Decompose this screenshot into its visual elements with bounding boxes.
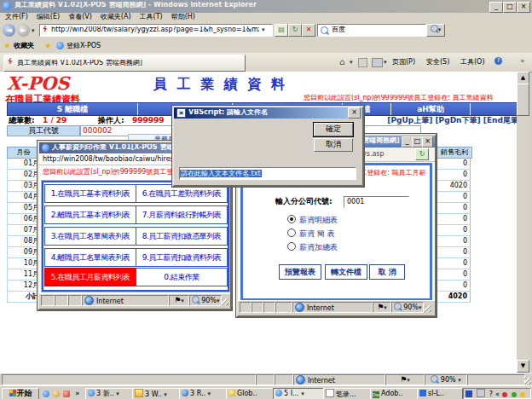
taskbar-task-6[interactable]: 笔录... [323,388,371,399]
radio-simple[interactable]: 薪資 簡 表 [287,228,335,239]
tab-favicon: ϟ [7,58,12,66]
add-favorite-icon[interactable]: ★ [44,41,52,50]
start-button[interactable]: 开始 [2,388,39,399]
ime-indicator-icon[interactable] [466,390,472,397]
vbscript-title-bar[interactable]: ▣ VBScript: 請輸入文件名 × [174,107,362,119]
page-button[interactable]: ▤ [275,24,288,37]
back-button[interactable]: ◄ [3,24,15,37]
nav-dropdown-icon[interactable]: ▾ [32,28,35,35]
address-dropdown-icon[interactable]: ▾ [262,27,265,34]
radio-detail-icon[interactable] [287,215,296,223]
taskbar: 开始 » 3 新.. ▾ 3 W.. ▾ 3 R.. ▾ Glob.. 5 I.… [0,385,532,399]
quicklaunch-foxmail-icon[interactable] [63,390,70,397]
print-icon[interactable] [372,58,383,67]
menu-item-6[interactable]: 6.在職員工差勤資料列表 [136,184,228,203]
quicklaunch-ie-icon[interactable] [43,390,49,397]
menu-tools[interactable]: 工具(T) [140,14,163,21]
taskbar-task-8[interactable]: sl-L.. [417,388,463,399]
home-dropdown-icon[interactable]: ▾ [350,60,353,66]
menu-item-7[interactable]: 7.月薪資料銀行對帳列表 [136,205,228,224]
quicklaunch-qq-icon[interactable] [53,390,60,397]
restore-button[interactable]: □ [503,2,517,13]
taskbar-task-group-1[interactable]: 3 新.. ▾ [85,388,133,399]
menu-edit[interactable]: 编辑(E) [37,14,60,21]
taskbar-task-7[interactable]: DwAdob.. [370,388,418,399]
cancel-report-button[interactable]: 取 消 [369,264,405,280]
resize-grip[interactable] [222,298,228,305]
branch-close-button[interactable]: × [422,136,433,147]
search-input[interactable]: 百度 [317,24,426,37]
print-dropdown-icon[interactable]: ▾ [384,60,387,66]
preview-report-button[interactable]: 預覽報表 [279,264,321,280]
menu-favorites[interactable]: 收藏夹(A) [101,14,131,21]
protected-mode-icon[interactable]: ⚑▾ [385,374,425,385]
zoom-control[interactable]: 90% ▾ [425,374,467,385]
quicklaunch-more-icon[interactable]: » [75,390,80,398]
favorites-button[interactable]: 收藏夹 [14,43,34,50]
ie-task-icon [88,390,95,396]
filename-input[interactable]: 請在此輸入文本文件名.txt [179,167,356,180]
taskbar-task-group-5-active[interactable]: 5 I... ▾ [273,388,324,399]
command-page-button[interactable]: 页面(P) [392,59,415,66]
stop-button[interactable]: ✕ [302,24,315,37]
menu-item-3[interactable]: 3.在職員工名單簡表列表 [44,227,136,246]
menu-view[interactable]: 查看(V) [68,14,92,21]
feeds-icon[interactable] [358,58,367,67]
toolbar-help-button[interactable]: aH幫助 [391,103,471,115]
menu-item-2[interactable]: 2.離職員工基本資料列表 [44,205,136,224]
search-go-button[interactable]: ▾ [426,24,445,37]
radio-total-icon[interactable] [287,242,296,251]
help-tray-icon[interactable]: ? [489,390,493,398]
close-button[interactable]: × [517,2,530,13]
command-tools-button[interactable]: 工具(O) [460,59,485,66]
cancel-button[interactable]: 取消 [314,138,353,152]
ok-button[interactable]: 確定 [314,123,353,136]
vbscript-close-button[interactable]: × [348,107,361,119]
collapse-tray-icon[interactable]: « [495,390,500,398]
menu-item-5-active[interactable]: 5.在職員工月薪資料列表 [44,268,136,286]
branch-refresh-icon[interactable]: ↻ [415,148,429,160]
address-input[interactable]: ϟ http://win2008/tw/salary/ygyzzl.asp?pa… [39,24,273,37]
protected-mode-icon[interactable]: ⚑▾ [169,295,189,306]
active-tab[interactable]: ϟ 員工業績資料 V1.02[X-POS 雲端商務網] [3,55,246,72]
printer-tray-icon[interactable] [477,389,485,397]
radio-total[interactable]: 薪資加總表 [287,242,338,252]
menu-help[interactable]: 帮助(H) [171,14,195,21]
zoom-control[interactable]: 90%▾ [189,295,222,306]
menu-item-9[interactable]: 9.員工薪資扣繳資料列表 [136,248,228,267]
export-file-button[interactable]: 轉文件檔 [325,264,367,280]
tray-app-green-icon[interactable] [512,392,517,397]
branch-code-input[interactable]: 0001 [344,196,409,208]
refresh-button[interactable]: ↻ [288,24,302,37]
resize-grip[interactable] [425,305,431,312]
taskbar-task-group-3[interactable]: 3 R.. ▾ [179,388,227,399]
tray-app-red-icon[interactable] [502,392,507,397]
minimize-button[interactable]: _ [489,2,503,13]
forward-button[interactable]: ► [17,24,30,37]
toolbar-resigned-button[interactable]: S 離職檔 [8,103,138,115]
radio-detail[interactable]: 薪資明細表 [287,215,338,225]
scroll-up-icon[interactable]: ▲ [517,72,529,84]
menu-item-4[interactable]: 4.離職員工名單簡表列表 [44,248,136,267]
print-window-url: http://win2008/tw/baobiao/caiwu/hiress [43,155,177,163]
menu-item-8[interactable]: 8.員工薪資扣繳憑單列表 [136,227,228,246]
scroll-down-icon[interactable]: ▼ [517,360,529,373]
home-icon[interactable]: ⌂ [339,57,344,66]
command-safety-button[interactable]: 安全(S) [426,59,449,66]
radio-simple-icon[interactable] [287,228,296,237]
menu-item-0-exit[interactable]: 0.結束作業 [136,268,228,286]
protected-mode-icon[interactable]: ⚑▾ [373,302,391,313]
favorite-site-link[interactable]: 登錄X-POS [66,43,101,50]
vbscript-dialog[interactable]: ▣ VBScript: 請輸入文件名 × 確定 取消 請在此輸入文本文件名.tx… [172,106,364,187]
menu-file[interactable]: 文件(F) [5,14,28,21]
taskbar-task-4[interactable]: Glob.. [226,388,274,399]
menu-item-1[interactable]: 1.在職員工基本資料列表 [44,184,136,203]
taskbar-task-group-2[interactable]: 3 W.. ▾ [132,388,180,399]
zoom-control[interactable]: 90%▾ [391,302,424,313]
tray-app-yellow-icon[interactable] [520,392,525,397]
help-icon[interactable]: ? [494,57,502,65]
chevron-more-icon[interactable]: » [520,57,525,66]
scrollbar-thumb[interactable] [517,84,529,116]
resize-grip[interactable] [524,378,531,385]
page-scrollbar[interactable]: ▲ ▼ [517,72,529,373]
